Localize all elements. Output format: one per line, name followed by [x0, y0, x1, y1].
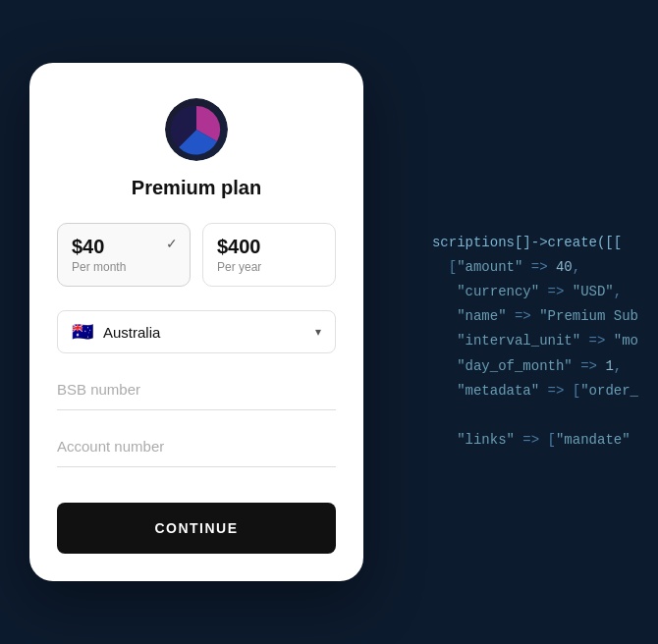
yearly-amount: $400 — [217, 236, 321, 258]
yearly-option[interactable]: $400 Per year — [202, 223, 336, 287]
logo-container — [57, 98, 336, 161]
bsb-wrapper — [57, 369, 336, 418]
card-wrapper: Premium plan $40 Per month ✓ $400 Per ye… — [29, 63, 363, 581]
country-selector[interactable]: 🇦🇺 Australia ▾ — [57, 310, 336, 353]
country-flag: 🇦🇺 — [72, 321, 93, 343]
chevron-down-icon: ▾ — [315, 325, 321, 339]
monthly-amount: $40 — [72, 236, 176, 258]
pricing-row: $40 Per month ✓ $400 Per year — [57, 223, 336, 287]
account-wrapper — [57, 426, 336, 475]
plan-title: Premium plan — [57, 177, 336, 199]
monthly-period: Per month — [72, 260, 176, 274]
check-icon: ✓ — [166, 236, 178, 251]
monthly-option[interactable]: $40 Per month ✓ — [57, 223, 191, 287]
country-name: Australia — [103, 324, 315, 341]
payment-card: Premium plan $40 Per month ✓ $400 Per ye… — [29, 63, 363, 581]
continue-button[interactable]: CONTINUE — [57, 503, 336, 554]
bsb-input[interactable] — [57, 369, 336, 410]
app-logo — [165, 98, 228, 161]
yearly-period: Per year — [217, 260, 321, 274]
account-number-input[interactable] — [57, 426, 336, 467]
code-display: scriptions[]->create([[ ["amount" => 40,… — [432, 191, 638, 454]
